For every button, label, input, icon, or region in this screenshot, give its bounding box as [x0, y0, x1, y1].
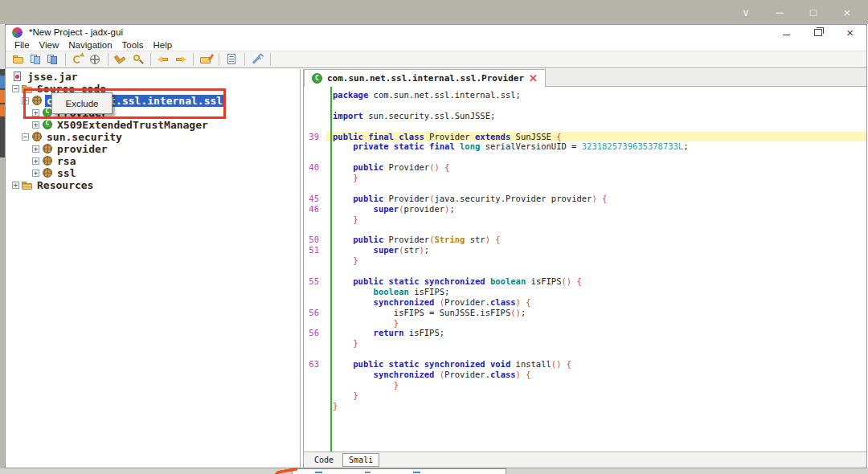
save-all-icon[interactable]	[46, 53, 59, 66]
code-line[interactable]: 51 super(str);	[304, 245, 866, 255]
line-number	[304, 338, 326, 349]
code-line[interactable]: synchronized (Provider.class) {	[304, 370, 866, 380]
log-viewer-icon[interactable]	[225, 53, 239, 66]
code-line[interactable]: import sun.security.ssl.SunJSSE;	[304, 111, 866, 121]
plus-expander-icon[interactable]: +	[32, 170, 39, 177]
code-line[interactable]: }	[304, 318, 866, 329]
search-class-icon[interactable]	[131, 53, 145, 66]
line-number	[304, 318, 326, 329]
outer-minimize-button[interactable]: ─	[773, 7, 786, 18]
outer-close-button[interactable]: ×	[841, 6, 854, 18]
code-line[interactable]	[304, 183, 866, 194]
plus-expander-icon[interactable]: +	[12, 182, 19, 189]
code-line[interactable]	[304, 152, 866, 162]
code-text	[326, 100, 866, 111]
code-line[interactable]	[304, 349, 866, 359]
code-line[interactable]: 56 isFIPS = SunJSSE.isFIPS();	[304, 308, 866, 318]
source-tree-panel: jsse.jar − Source code − com.sun.net.ssl…	[6, 69, 301, 468]
tree-item[interactable]: + X509ExtendedTrustManager	[6, 119, 300, 131]
outer-maximize-button[interactable]: □	[807, 7, 820, 18]
preferences-icon[interactable]	[251, 53, 264, 66]
code-line[interactable]: 55 public static synchronized boolean is…	[304, 276, 866, 287]
minimize-button[interactable]	[783, 35, 790, 35]
code-area[interactable]: package com.sun.net.ssl.internal.ssl; im…	[304, 87, 866, 452]
search-text-icon[interactable]	[114, 53, 128, 66]
tree-item[interactable]: + ssl	[6, 167, 300, 179]
toolbar	[6, 51, 866, 68]
tree-item[interactable]: jsse.jar	[6, 71, 300, 83]
code-line[interactable]: private static final long serialVersionU…	[304, 141, 866, 152]
code-text: }	[326, 401, 866, 411]
menu-tools[interactable]: Tools	[118, 40, 148, 50]
code-text	[326, 266, 866, 276]
editor-tab-provider[interactable]: C com.sun.net.ssl.internal.ssl.Provider …	[304, 69, 546, 87]
tab-close-icon[interactable]: ✕	[529, 73, 538, 84]
code-line[interactable]: boolean isFIPS;	[304, 287, 866, 297]
plus-expander-icon[interactable]: +	[32, 121, 39, 129]
code-line[interactable]: synchronized (Provider.class) {	[304, 297, 866, 308]
jadx-app-icon	[12, 27, 23, 38]
code-line[interactable]: 50 public Provider(String str) {	[304, 235, 866, 245]
code-text: isFIPS = SunJSSE.isFIPS();	[326, 308, 866, 318]
code-line[interactable]: }	[304, 215, 866, 225]
tree-item[interactable]: + Resources	[6, 179, 300, 191]
plus-expander-icon[interactable]: +	[32, 157, 39, 165]
plus-expander-icon[interactable]: +	[32, 145, 39, 153]
code-line[interactable]: }	[304, 173, 866, 183]
code-line[interactable]: 40 public Provider() {	[304, 162, 866, 173]
menu-navigation[interactable]: Navigation	[64, 40, 116, 50]
tree-item-label: X509ExtendedTrustManager	[55, 119, 210, 131]
menu-help[interactable]: Help	[149, 40, 176, 50]
code-line[interactable]: }	[304, 380, 866, 390]
open-project-icon[interactable]	[199, 53, 213, 66]
gutter-separator-line	[330, 87, 332, 452]
chevron-down-icon[interactable]: ∨	[739, 7, 752, 18]
code-text: public Provider() {	[326, 162, 866, 173]
forward-icon[interactable]	[174, 53, 187, 66]
line-number	[304, 287, 326, 297]
deobfuscation-icon[interactable]	[88, 53, 102, 66]
minus-expander-icon[interactable]: −	[22, 133, 29, 141]
minus-expander-icon[interactable]: −	[12, 85, 19, 92]
code-text: synchronized (Provider.class) {	[326, 370, 866, 380]
code-line[interactable]: 63 public static synchronized void insta…	[304, 359, 866, 370]
restore-button[interactable]	[814, 29, 822, 36]
menu-view[interactable]: View	[35, 40, 63, 50]
code-line[interactable]: }	[304, 390, 866, 401]
code-line[interactable]: }	[304, 338, 866, 349]
code-line[interactable]: 56 return isFIPS;	[304, 328, 866, 338]
tree-item-label: jsse.jar	[26, 71, 80, 83]
tab-smali[interactable]: Smali	[342, 453, 379, 467]
code-line[interactable]: package com.sun.net.ssl.internal.ssl;	[304, 90, 866, 100]
code-line[interactable]	[304, 266, 866, 276]
package-icon	[31, 132, 43, 142]
code-line[interactable]: 39 public final class Provider extends S…	[304, 132, 866, 142]
line-number	[304, 141, 326, 152]
close-button[interactable]: ×	[846, 27, 854, 39]
line-number: 56	[304, 328, 326, 338]
code-line[interactable]	[304, 100, 866, 111]
tree-item[interactable]: + rsa	[6, 155, 300, 167]
code-line[interactable]: }	[304, 255, 866, 266]
tab-code[interactable]: Code	[309, 454, 339, 466]
line-number: 56	[304, 308, 326, 318]
jar-icon	[12, 72, 23, 82]
save-project-icon[interactable]	[29, 53, 43, 66]
outer-titlebar: ∨ ─ □ ×	[0, 0, 868, 24]
tree-item-label: ssl	[55, 167, 77, 179]
code-line[interactable]: 46 super(provider);	[304, 204, 866, 215]
code-line[interactable]: }	[304, 401, 866, 411]
tree-item[interactable]: − sun.security	[6, 131, 300, 143]
reload-icon[interactable]	[72, 53, 85, 66]
menu-file[interactable]: File	[10, 40, 34, 50]
code-line[interactable]	[304, 225, 866, 235]
code-line[interactable]: 45 public Provider(java.security.Provide…	[304, 194, 866, 204]
back-icon[interactable]	[157, 53, 170, 66]
code-text	[326, 225, 866, 235]
package-icon	[42, 144, 53, 154]
open-file-icon[interactable]	[12, 53, 26, 66]
line-number	[304, 90, 326, 100]
popup-fragment-mark	[365, 472, 371, 473]
tree-item[interactable]: + provider	[6, 143, 300, 155]
code-line[interactable]	[304, 121, 866, 132]
